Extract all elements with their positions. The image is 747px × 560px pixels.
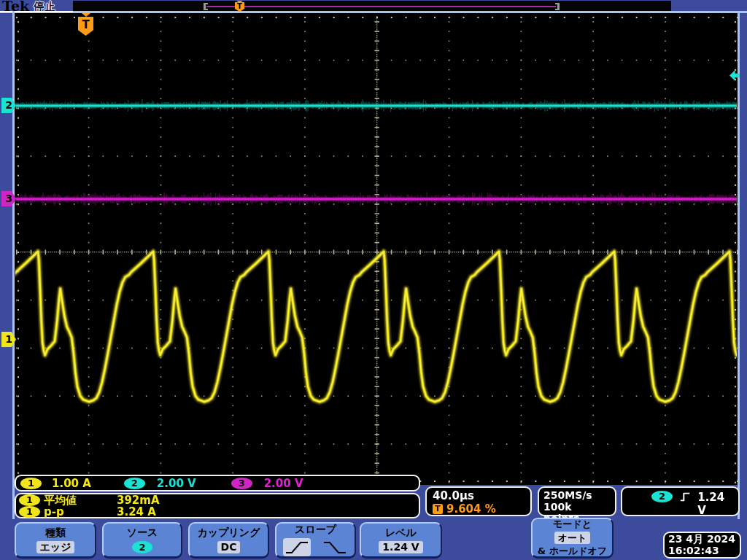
rising-slope-icon	[285, 540, 309, 556]
trigger-t-icon: T	[433, 504, 443, 514]
trigger-source-button[interactable]: ソース 2	[102, 522, 182, 559]
trigger-coupling-value: DC	[217, 541, 241, 553]
trigger-level-value: 1.24 V	[379, 541, 422, 553]
timebase-scale: 40.0µs	[433, 489, 525, 502]
falling-slope-icon	[322, 540, 347, 556]
rising-slope-icon	[680, 491, 690, 503]
trigger-coupling-button[interactable]: カップリング DC	[188, 522, 269, 559]
measurement-row: 1 平均値 392mA	[19, 494, 416, 506]
record-window-line	[206, 6, 556, 7]
display-frame-right	[738, 11, 740, 519]
measurement-row: 1 p-p 3.24 A	[19, 506, 416, 518]
trigger-type-label: 種類	[45, 526, 66, 540]
trigger-mode-button[interactable]: モードと オート & ホールドオフ	[531, 518, 614, 559]
sample-rate: 250MS/s	[543, 489, 611, 501]
ch1-badge: 1	[19, 506, 40, 518]
waveform-display	[15, 13, 738, 485]
rising-slope-option[interactable]	[283, 538, 311, 556]
trigger-position-percent: 9.604 %	[446, 502, 496, 516]
trigger-type-button[interactable]: 種類 エッジ	[15, 522, 96, 559]
ch2-scale: 2.00 V	[157, 477, 196, 490]
record-view-bar: T	[73, 1, 671, 12]
trigger-holdoff-label: & ホールドオフ	[538, 545, 607, 558]
ch3-scale: 2.00 V	[264, 477, 303, 490]
waveform-canvas	[15, 13, 738, 485]
measurement-value: 3.24 A	[117, 505, 156, 518]
ch3-badge: 3	[231, 478, 252, 489]
measurements-readout: 1 平均値 392mA 1 p-p 3.24 A	[15, 493, 420, 518]
record-left-bracket	[204, 3, 208, 10]
trigger-slope-label: スロープ	[295, 524, 336, 537]
ch1-scale: 1.00 A	[52, 477, 91, 490]
trigger-slope-button[interactable]: スロープ	[275, 522, 356, 559]
acquisition-readout: 250MS/s 100k points	[538, 486, 616, 516]
trigger-level-value: 1.24 V	[697, 491, 732, 517]
trigger-coupling-label: カップリング	[198, 526, 260, 540]
ch2-badge: 2	[124, 478, 145, 489]
timebase-readout: 40.0µs T 9.604 %	[425, 486, 532, 516]
date-value: 23 4月 2024	[668, 533, 736, 545]
measurement-label: p-p	[44, 505, 117, 518]
falling-slope-option[interactable]	[321, 538, 349, 556]
record-right-bracket	[555, 3, 560, 10]
ch1-badge: 1	[19, 494, 40, 506]
trigger-level-button[interactable]: レベル 1.24 V	[360, 522, 442, 559]
time-value: 16:02:43	[668, 545, 736, 556]
datetime-readout: 23 4月 2024 16:02:43	[663, 532, 741, 559]
trigger-source-label: ソース	[127, 526, 158, 540]
trigger-source-value-badge: 2	[132, 541, 152, 553]
trigger-type-value: エッジ	[36, 541, 75, 553]
channel-scales-readout: 1 1.00 A 2 2.00 V 3 2.00 V	[15, 475, 420, 491]
display-frame-underline	[0, 11, 73, 12]
trigger-level-label: レベル	[385, 526, 417, 540]
trigger-mode-label: モードと	[553, 518, 592, 531]
oscilloscope-screen: Tek 停止 T 2 3 1 T 1 1.00 A 2 2.00 V 3 2.0…	[0, 0, 747, 560]
trigger-mode-value: オート	[554, 532, 591, 544]
trigger-readout: 2 1.24 V	[621, 486, 740, 516]
trigger-source-badge: 2	[651, 491, 673, 502]
ch1-badge: 1	[20, 478, 42, 489]
